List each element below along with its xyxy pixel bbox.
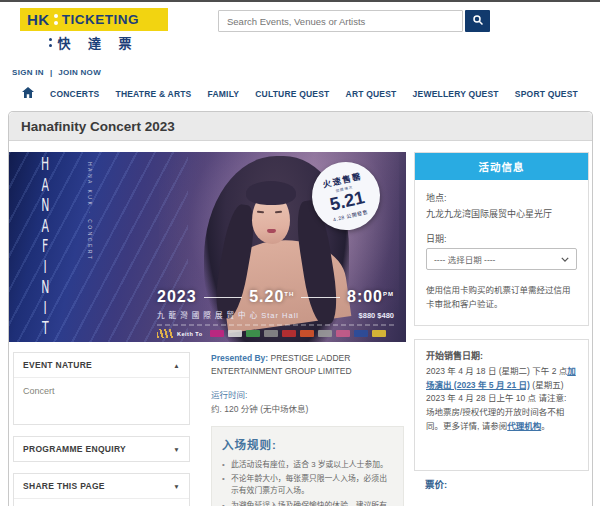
nav-item-sport-quest[interactable]: SPORT QUEST [515, 89, 578, 99]
poster-artwork [267, 229, 276, 233]
auth-links: SIGN IN | JOIN NOW [0, 55, 600, 77]
event-nature-header[interactable]: EVENT NATURE ▲ [14, 353, 189, 377]
sponsor-logo [318, 330, 332, 337]
event-nature-panel: EVENT NATURE ▲ Concert [13, 352, 190, 425]
poster-divider [301, 297, 340, 298]
poster-artwork [257, 211, 264, 213]
event-poster[interactable]: HANAFINITY HANA KUK · CONCERT 火速售罄 加開場次 … [9, 152, 406, 342]
below-poster-row: EVENT NATURE ▲ Concert PROGRAMME ENQUIRY… [9, 342, 407, 506]
running-time: 运行时间: 约. 120 分钟 (无中场休息) [211, 388, 404, 414]
search-icon [472, 14, 484, 29]
poster-date-row: 2023 5.20TH 8:00PM [157, 288, 394, 306]
poster-year: 2023 [157, 288, 197, 306]
share-panel-title: SHARE THIS PAGE [23, 481, 105, 491]
sponsor-logo [228, 330, 242, 337]
sponsor-logo [246, 330, 260, 337]
poster-credit: Keith To [177, 331, 203, 337]
poster-show-time: 8:00 [347, 288, 383, 305]
content-area: HANAFINITY HANA KUK · CONCERT 火速售罄 加開場次 … [9, 141, 592, 506]
main-container: Hanafinity Concert 2023 HANAFINITY HANA … [8, 111, 593, 506]
sales-text-segment: 。 [541, 421, 550, 431]
sales-text-segment: 2023 年 4 月 18 日 (星期二) 下午 2 点 [426, 366, 567, 376]
sign-in-link[interactable]: SIGN IN [12, 68, 44, 77]
logo-chinese-text: 快 達 票 [57, 33, 138, 52]
date-label: 日期: [426, 232, 577, 245]
logo-badge: HK TICKETING [20, 8, 168, 31]
nav-item-culture-quest[interactable]: CULTURE QUEST [255, 89, 329, 99]
sales-date-box: 开始销售日期: 2023 年 4 月 18 日 (星期二) 下午 2 点加场演出… [414, 339, 589, 471]
sponsor-logo [210, 330, 224, 337]
accordion-column: EVENT NATURE ▲ Concert PROGRAMME ENQUIRY… [13, 352, 190, 506]
poster-time-suffix: PM [383, 291, 394, 297]
admission-rules-title: 入场规则: [222, 436, 393, 452]
award-logo-icon [157, 329, 173, 338]
location-label: 地点: [426, 191, 577, 204]
home-icon[interactable] [22, 87, 34, 100]
nav-item-jewellery-quest[interactable]: JEWELLERY QUEST [413, 89, 499, 99]
nav-item-art-quest[interactable]: ART QUEST [346, 89, 397, 99]
share-panel-header[interactable]: SHARE THIS PAGE ▼ [14, 474, 189, 498]
search-bar [218, 10, 490, 32]
logo-dots-icon [54, 14, 58, 25]
admission-rule-item: 此活动设有座位，适合 3 岁或以上人士参加。 [222, 459, 393, 471]
join-now-link[interactable]: JOIN NOW [58, 68, 101, 77]
event-nature-title: EVENT NATURE [23, 360, 92, 370]
running-time-value: 约. 120 分钟 (无中场休息) [211, 402, 404, 414]
agents-link[interactable]: 代理机构 [507, 421, 541, 431]
nav-item-family[interactable]: FAMILY [208, 89, 240, 99]
date-select-value: ---- 选择日期 ---- [434, 253, 495, 265]
poster-artwork [246, 181, 296, 205]
logo-dots-icon [49, 38, 52, 47]
admission-rules-box: 入场规则: 此活动设有座位，适合 3 岁或以上人士参加。 不论年龄大小，每张票只… [211, 426, 404, 506]
sponsor-logo [336, 330, 350, 337]
event-info-sidebar: 活动信息 地点: 九龙九龙湾国际展贸中心星光厅 日期: ---- 选择日期 --… [414, 152, 589, 506]
poster-vertical-title: HANAFINITY [39, 154, 51, 342]
poster-fine-print [157, 324, 394, 327]
running-time-label: 运行时间: [211, 388, 404, 400]
chevron-down-icon [561, 254, 569, 264]
sponsor-logo [372, 330, 386, 337]
event-info-body: 地点: 九龙九龙湾国际展贸中心星光厅 日期: ---- 选择日期 ---- 使用… [415, 180, 588, 325]
poster-divider [204, 297, 243, 298]
poster-venue: 九 龍 灣 國 際 展 貿 中 心 Star Hall [157, 309, 299, 320]
ticket-price-label: 票价: [425, 477, 589, 491]
nav-item-theatre-arts[interactable]: THEATRE & ARTS [115, 89, 191, 99]
event-info-header: 活动信息 [415, 153, 588, 180]
nav-item-concerts[interactable]: CONCERTS [50, 89, 99, 99]
auth-divider: | [50, 68, 52, 77]
location-value: 九龙九龙湾国际展贸中心星光厅 [426, 207, 577, 220]
sponsor-logo [264, 330, 278, 337]
sponsor-logo [300, 330, 314, 337]
poster-show-date: 5.20 [249, 288, 284, 305]
presented-by: Presented By: PRESTIGE LADDER ENTERTAINM… [211, 352, 404, 378]
sponsor-logo [354, 330, 368, 337]
admission-rules-list: 此活动设有座位，适合 3 岁或以上人士参加。 不论年龄大小，每张票只限一人入场，… [222, 459, 393, 506]
main-navigation: CONCERTS THEATRE & ARTS FAMILY CULTURE Q… [0, 77, 600, 109]
poster-vertical-subtitle: HANA KUK · CONCERT [87, 162, 93, 261]
poster-sponsor-row: Keith To [157, 329, 394, 338]
presented-by-label: Presented By: [211, 353, 268, 363]
chevron-up-icon: ▲ [173, 362, 180, 369]
logo-ticketing-text: TICKETING [62, 12, 139, 27]
share-panel: SHARE THIS PAGE ▼ Tell A Friend Share on… [13, 473, 190, 506]
event-info-box: 活动信息 地点: 九龙九龙湾国际展贸中心星光厅 日期: ---- 选择日期 --… [414, 152, 589, 326]
credit-card-note: 使用信用卡购买的机票订单需经过信用卡审批和客户验证。 [426, 283, 577, 312]
site-header: HK TICKETING 快 達 票 [0, 2, 600, 55]
chevron-down-icon: ▼ [173, 446, 180, 453]
date-select[interactable]: ---- 选择日期 ---- [426, 248, 577, 270]
share-panel-body: Tell A Friend Share on Facebook Tweet [14, 498, 189, 506]
programme-enquiry-title: PROGRAMME ENQUIRY [23, 444, 126, 454]
page-title: Hanafinity Concert 2023 [9, 112, 592, 141]
poster-venue-row: 九 龍 灣 國 際 展 貿 中 心 Star Hall $880 $480 [157, 309, 394, 320]
sponsor-logo [282, 330, 296, 337]
admission-rule-item: 为避免延误入场及确保愉快的体验，建议所有购票人士于演出日前到任何快达票售票处取票… [222, 500, 393, 506]
search-input[interactable] [218, 10, 463, 32]
event-nature-value: Concert [14, 377, 189, 424]
search-button[interactable] [465, 10, 490, 32]
sales-date-text: 2023 年 4 月 18 日 (星期二) 下午 2 点加场演出 (2023 年… [426, 365, 577, 434]
programme-enquiry-panel: PROGRAMME ENQUIRY ▼ [13, 436, 190, 462]
admission-rule-item: 不论年龄大小，每张票只限一人入场，必须出示有效门票方可入场。 [222, 473, 393, 496]
programme-enquiry-header[interactable]: PROGRAMME ENQUIRY ▼ [14, 437, 189, 461]
hk-ticketing-logo[interactable]: HK TICKETING 快 達 票 [20, 8, 168, 52]
poster-date-suffix: TH [284, 291, 294, 297]
